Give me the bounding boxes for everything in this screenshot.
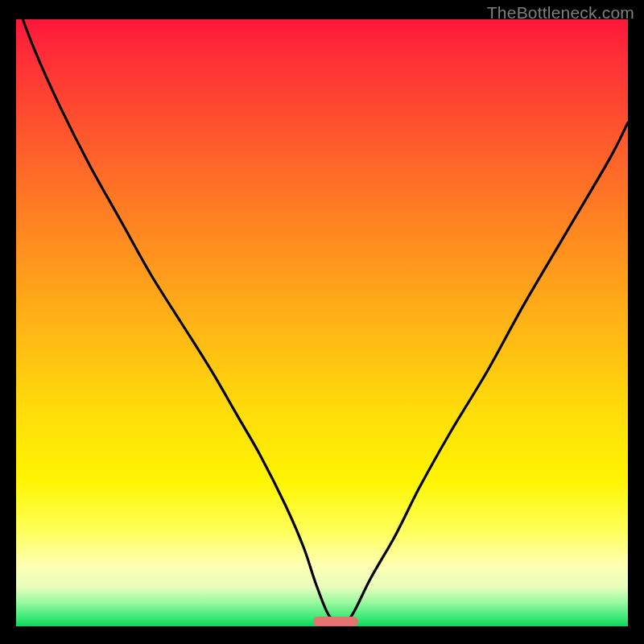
watermark-text: TheBottleneck.com bbox=[487, 3, 634, 23]
chart-frame: TheBottleneck.com bbox=[0, 0, 644, 644]
bottleneck-curve bbox=[16, 19, 628, 626]
plot-area bbox=[16, 19, 628, 626]
optimal-range-marker bbox=[313, 617, 358, 626]
